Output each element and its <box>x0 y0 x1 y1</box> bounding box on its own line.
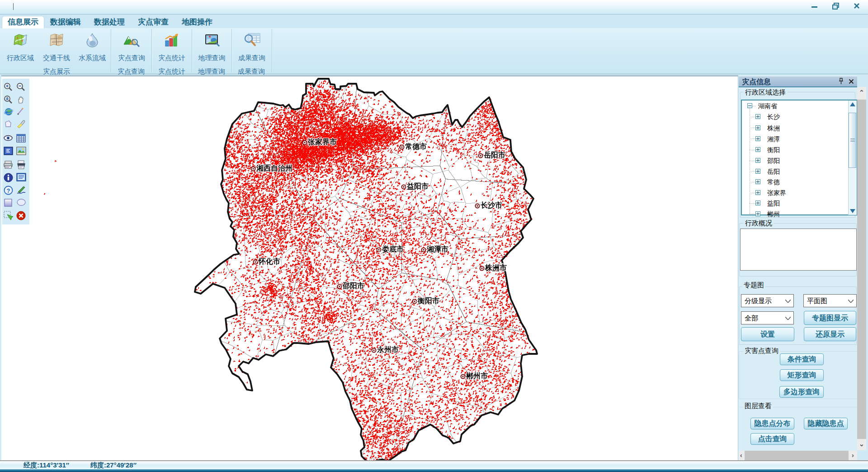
svg-text:?: ? <box>7 187 10 194</box>
